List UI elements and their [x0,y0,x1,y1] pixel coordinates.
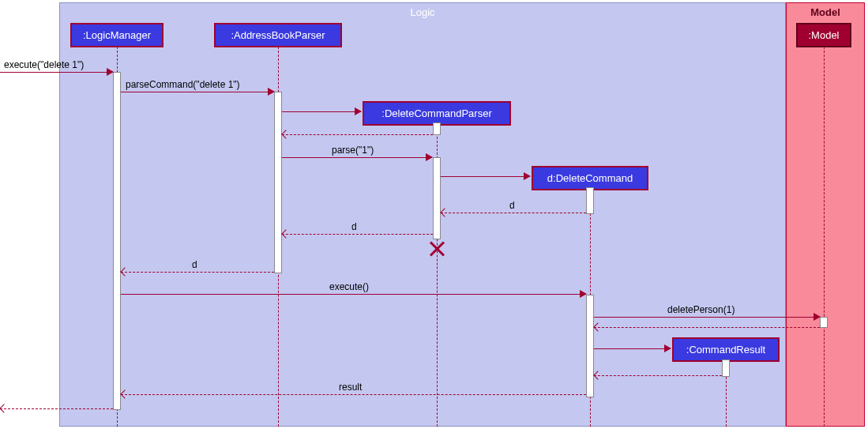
msg-delete-person-line [594,317,820,318]
msg-return-d1-line [441,213,586,213]
activation-model [820,317,828,328]
destroy-icon [429,241,445,257]
msg-parse1-arrow [426,153,433,161]
msg-return-d2-label: d [351,221,357,232]
msg-parse1-line [282,157,432,158]
lifeline-model [824,47,825,427]
msg-create-dc-arrow [524,172,531,180]
msg-execute-line [121,294,586,295]
msg-execute-delete1-line [0,72,113,73]
activation-logic-manager [113,72,121,410]
participant-address-book-parser: :AddressBookParser [214,23,342,47]
msg-parse-command-label: parseCommand("delete 1") [126,79,240,90]
msg-return-d3-line [121,272,274,273]
msg-return-d1-label: d [509,200,515,211]
msg-final-return-line [0,408,113,409]
msg-create-cr-arrow [664,344,671,352]
msg-parse-command-arrow [268,88,275,96]
msg-delete-person-arrow [814,313,821,321]
logic-box-title: Logic [60,3,785,21]
msg-create-dc-line [441,176,530,177]
logic-box: Logic [59,2,786,427]
msg-create-dcp-return-line [282,134,433,135]
msg-result-line [121,394,586,395]
msg-delete-person-return-line [594,327,820,328]
msg-create-dcp-line [282,111,361,112]
msg-execute-label: execute() [329,281,369,292]
model-box: Model [786,2,865,427]
msg-parse1-label: parse("1") [332,145,374,156]
msg-execute-delete1-label: execute("delete 1") [4,59,84,70]
msg-parse-command-line [121,92,274,92]
sequence-diagram: Logic Model :LogicManager :AddressBookPa… [59,2,865,427]
msg-create-dcp-arrow [355,107,362,115]
msg-delete-person-label: deletePerson(1) [667,304,735,315]
msg-result-label: result [339,382,362,393]
activation-dcp-parse [433,157,441,239]
activation-dcp-create [433,122,441,135]
participant-command-result: :CommandResult [672,337,780,362]
msg-execute-delete1-arrow [107,68,114,76]
msg-return-d2-line [282,234,433,235]
msg-execute-arrow [580,290,587,298]
activation-dc-create [586,187,594,214]
activation-address-book-parser [274,92,282,273]
model-box-title: Model [787,3,864,21]
msg-create-cr-line [594,348,671,349]
msg-return-d3-label: d [192,259,197,270]
activation-dc-execute [586,295,594,397]
participant-model: :Model [796,23,851,47]
msg-create-cr-return-line [594,375,722,376]
participant-logic-manager: :LogicManager [70,23,163,47]
msg-final-return-arrow [0,404,9,412]
activation-command-result [722,359,730,377]
